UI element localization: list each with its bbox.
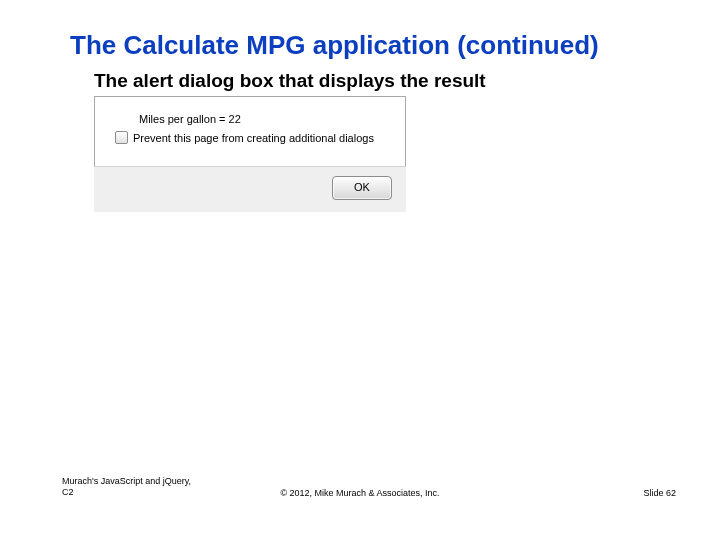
dialog-button-bar: OK	[94, 166, 406, 212]
prevent-dialogs-label: Prevent this page from creating addition…	[133, 132, 374, 144]
footer-center: © 2012, Mike Murach & Associates, Inc.	[0, 488, 720, 498]
slide: The Calculate MPG application (continued…	[0, 0, 720, 540]
footer-right: Slide 62	[643, 488, 676, 498]
prevent-dialogs-checkbox[interactable]	[115, 131, 128, 144]
footer-left-line1: Murach's JavaScript and jQuery,	[62, 476, 191, 486]
prevent-dialogs-row: Prevent this page from creating addition…	[115, 131, 374, 144]
alert-dialog: Miles per gallon = 22 Prevent this page …	[94, 96, 406, 212]
section-heading: The alert dialog box that displays the r…	[94, 70, 486, 92]
page-title: The Calculate MPG application (continued…	[70, 30, 599, 61]
ok-button[interactable]: OK	[332, 176, 392, 200]
dialog-message: Miles per gallon = 22	[139, 113, 241, 125]
